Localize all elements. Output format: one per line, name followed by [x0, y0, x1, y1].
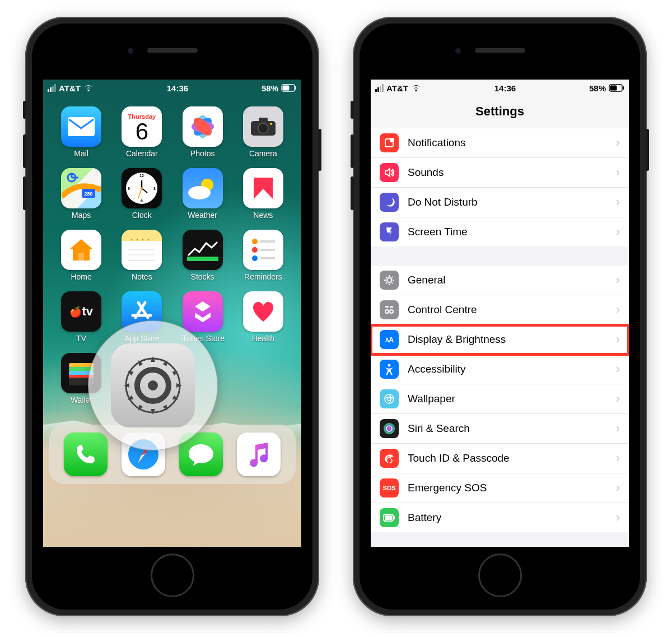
phone-settings-screen: AT&T 14:36 58% Settings Notifications›So…: [353, 17, 647, 616]
clock-label: 14:36: [494, 83, 516, 93]
settings-row-label: Siri & Search: [408, 422, 607, 435]
volume-down-button[interactable]: [23, 176, 26, 210]
notes-icon: [122, 230, 162, 270]
app-calendar[interactable]: Thursday 6 Calendar: [111, 106, 172, 158]
app-label: Reminders: [244, 272, 282, 281]
settings-row-battery[interactable]: Battery›: [371, 503, 629, 532]
app-tv[interactable]: 🍎tv TV: [51, 291, 111, 343]
phone-home-screen: AT&T 14:36 58%: [25, 17, 319, 616]
home-button[interactable]: [151, 554, 194, 597]
svg-point-65: [387, 278, 391, 282]
app-label: Weather: [188, 211, 217, 220]
power-button[interactable]: [318, 129, 321, 171]
settings-row-siri[interactable]: Siri & Search›: [371, 414, 629, 444]
svg-rect-38: [187, 257, 218, 261]
app-label: Maps: [72, 211, 91, 220]
battery-percent-label: 58%: [262, 83, 278, 93]
settings-row-notifications[interactable]: Notifications›: [371, 128, 629, 158]
settings-row-accessibility[interactable]: Accessibility›: [371, 355, 629, 384]
sos-icon: SOS: [380, 478, 399, 497]
mute-switch[interactable]: [23, 101, 26, 119]
app-maps[interactable]: 280 Maps: [51, 168, 111, 220]
app-label: Health: [252, 334, 274, 343]
settings-row-touchid[interactable]: Touch ID & Passcode›: [371, 444, 629, 473]
app-label: Stocks: [191, 272, 214, 281]
app-label: Mail: [74, 149, 88, 158]
app-reminders[interactable]: Reminders: [233, 230, 293, 281]
settings-row-controlcentre[interactable]: Control Centre›: [371, 295, 629, 325]
app-weather[interactable]: Weather: [172, 168, 233, 220]
svg-line-70: [386, 277, 387, 278]
volume-up-button[interactable]: [351, 134, 354, 168]
dnd-icon: [380, 193, 399, 212]
camera-icon: [243, 106, 283, 147]
svg-point-64: [390, 138, 394, 142]
svg-point-37: [148, 239, 149, 240]
itunes-icon: [183, 291, 223, 332]
svg-point-81: [384, 423, 395, 434]
app-health[interactable]: Health: [233, 291, 293, 343]
app-home[interactable]: Home: [51, 230, 111, 281]
app-label: Notes: [132, 272, 152, 281]
app-clock[interactable]: 12369 Clock: [111, 168, 172, 220]
svg-text:280: 280: [85, 191, 93, 197]
status-bar: AT&T 14:36 58%: [43, 80, 301, 96]
app-news[interactable]: News: [233, 168, 293, 220]
settings-row-label: Display & Brightness: [408, 333, 607, 346]
svg-rect-2: [295, 86, 296, 90]
status-bar: AT&T 14:36 58%: [371, 80, 629, 96]
accessibility-icon: [380, 360, 399, 379]
settings-row-screentime[interactable]: Screen Time›: [371, 217, 629, 247]
settings-title: Settings: [371, 96, 629, 128]
settings-row-label: Do Not Disturb: [408, 196, 607, 208]
app-mail[interactable]: Mail: [51, 106, 111, 158]
zoom-highlight-settings[interactable]: [88, 320, 218, 450]
svg-rect-74: [385, 306, 389, 308]
chevron-right-icon: ›: [616, 332, 620, 347]
settings-row-label: Touch ID & Passcode: [408, 452, 607, 464]
app-stocks[interactable]: Stocks: [172, 230, 233, 281]
settings-row-dnd[interactable]: Do Not Disturb›: [371, 188, 629, 217]
volume-down-button[interactable]: [351, 176, 354, 210]
svg-point-79: [385, 394, 394, 403]
settings-row-wallpaper[interactable]: Wallpaper›: [371, 384, 629, 414]
wifi-icon: [83, 84, 94, 92]
app-camera[interactable]: Camera: [233, 106, 293, 158]
svg-rect-61: [610, 86, 617, 91]
settings-row-general[interactable]: General›: [371, 266, 629, 295]
svg-rect-13: [259, 118, 268, 122]
news-icon: [243, 168, 283, 208]
app-notes[interactable]: Notes: [111, 230, 172, 281]
settings-row-label: Notifications: [408, 137, 607, 149]
photos-icon: [183, 106, 223, 147]
svg-point-27: [141, 187, 143, 189]
settings-row-sos[interactable]: SOSEmergency SOS›: [371, 473, 629, 503]
svg-rect-3: [68, 117, 95, 136]
settings-list[interactable]: Notifications›Sounds›Do Not Disturb›Scre…: [371, 128, 629, 547]
svg-rect-62: [623, 86, 624, 90]
svg-rect-85: [394, 516, 395, 519]
clock-label: 14:36: [167, 83, 188, 93]
mail-icon: [61, 106, 101, 147]
svg-point-15: [270, 123, 272, 125]
battery-icon: [281, 84, 297, 92]
settings-row-label: Screen Time: [408, 226, 607, 238]
svg-rect-48: [69, 363, 94, 368]
controlcentre-icon: [380, 300, 399, 319]
home-button[interactable]: [478, 554, 522, 597]
volume-up-button[interactable]: [23, 134, 26, 168]
chevron-right-icon: ›: [616, 225, 620, 239]
chevron-right-icon: ›: [616, 421, 620, 436]
dock-app-phone[interactable]: [64, 433, 108, 476]
svg-text:3: 3: [153, 187, 156, 190]
phone-icon: [64, 433, 108, 476]
app-photos[interactable]: Photos: [172, 106, 233, 158]
mute-switch[interactable]: [351, 101, 354, 119]
svg-point-36: [142, 239, 143, 240]
settings-row-display[interactable]: AADisplay & Brightness›: [371, 325, 629, 355]
svg-rect-84: [385, 515, 392, 520]
dock-app-music[interactable]: [237, 433, 281, 476]
chevron-right-icon: ›: [616, 392, 620, 406]
settings-row-sounds[interactable]: Sounds›: [371, 158, 629, 188]
power-button[interactable]: [646, 129, 649, 171]
